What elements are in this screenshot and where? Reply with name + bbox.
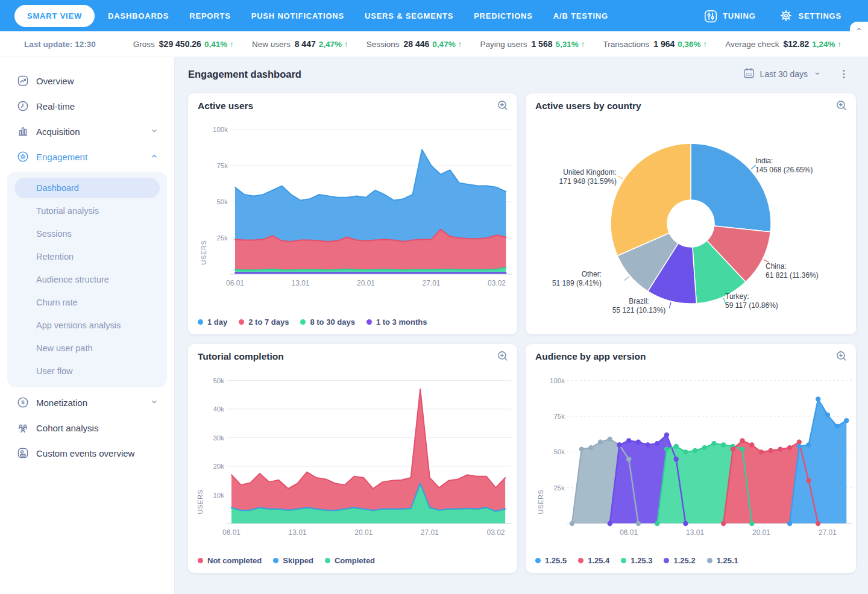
sidebar-subitem-churn-rate[interactable]: Churn rate [7, 291, 167, 314]
sidebar-item-acquisition[interactable]: Acquisition [0, 119, 174, 144]
legend-dot [198, 319, 203, 325]
nav-tab-predictions[interactable]: PREDICTIONS [474, 11, 533, 20]
sidebar-item-monetization[interactable]: $Monetization [0, 390, 174, 415]
donut-label-name: Brazil: [591, 297, 687, 306]
main-header: Engagement dashboard Last 30 days [175, 57, 868, 81]
legend-item-1-to-3-months[interactable]: 1 to 3 months [366, 317, 427, 327]
top-navigation: SMART VIEWDASHBOARDSREPORTSPUSH NOTIFICA… [0, 0, 868, 31]
engagement-icon [16, 150, 30, 163]
sidebar-subitem-user-flow[interactable]: User flow [7, 360, 167, 383]
kpi-value: 1 964 [653, 39, 675, 49]
nav-tool-settings[interactable]: SETTINGS [779, 8, 841, 23]
legend-item-skipped[interactable]: Skipped [273, 556, 313, 565]
zoom-in-icon[interactable] [835, 99, 848, 114]
chevron-down-icon [149, 396, 160, 407]
nav-tab-a-b-testing[interactable]: A/B TESTING [553, 11, 608, 20]
zoom-in-icon[interactable] [835, 350, 848, 365]
sidebar-subitem-retention[interactable]: Retention [7, 245, 167, 268]
svg-text:03.02: 03.02 [488, 279, 506, 287]
sidebar-subitem-app-versions-analysis[interactable]: App versions analysis [7, 314, 167, 337]
legend-item-8-to-30-days[interactable]: 8 to 30 days [300, 317, 354, 327]
card-title: Tutorial completion [198, 351, 284, 362]
custom-events-icon [16, 446, 30, 460]
kpi-transactions: Transactions1 9640,36% ↑ [603, 39, 707, 49]
donut-label-name: Turkey: [725, 292, 778, 301]
cohort-icon [16, 421, 30, 434]
nav-tool-tuning[interactable]: TUNING [703, 8, 756, 23]
sidebar-item-overview[interactable]: Overview [0, 68, 174, 93]
kpi-sessions: Sessions28 4460,47% ↑ [366, 39, 462, 49]
donut-label-value: 51 189 (9.41%) [526, 279, 602, 288]
chevron-up-icon [854, 24, 864, 34]
nav-tab-reports[interactable]: REPORTS [189, 11, 230, 20]
kpi-label: Gross [133, 40, 155, 49]
svg-text:40k: 40k [213, 405, 224, 413]
monetization-icon: $ [16, 396, 30, 409]
svg-text:100k: 100k [213, 126, 228, 133]
realtime-icon [16, 99, 30, 113]
engagement-submenu: DashboardTutorial analysisSessionsRetent… [7, 172, 167, 387]
donut-label-name: Other: [526, 270, 602, 279]
legend-label: 8 to 30 days [310, 317, 354, 327]
sidebar-subitem-audience-structure[interactable]: Audience structure [7, 268, 167, 291]
kpi-change: 0,47% ↑ [432, 40, 462, 49]
chart-canvas: 25k50k75k100k06.0113.0120.0127.0103.02US… [188, 93, 517, 334]
svg-text:27.01: 27.01 [421, 528, 439, 537]
svg-text:USERS: USERS [197, 490, 204, 514]
legend-item-1-25-5[interactable]: 1.25.5 [535, 556, 567, 565]
kpi-stats: Gross$29 450.260,41% ↑New users8 4472,47… [133, 39, 841, 49]
main-content: Engagement dashboard Last 30 days Active… [175, 57, 868, 594]
sidebar-item-custom-events[interactable]: Custom events overview [0, 440, 174, 466]
sidebar-subitem-dashboard[interactable]: Dashboard [14, 178, 160, 198]
kpi-value: 1 568 [531, 39, 552, 49]
card-title: Active users [198, 101, 253, 111]
nav-tab-dashboards[interactable]: DASHBOARDS [108, 11, 169, 20]
svg-text:USERS: USERS [200, 240, 207, 265]
sidebar-item-engagement[interactable]: Engagement [0, 144, 174, 169]
chevron-down-icon [149, 125, 160, 136]
legend-item-2-to-7-days[interactable]: 2 to 7 days [239, 317, 289, 327]
nav-tab-smart-view[interactable]: SMART VIEW [14, 5, 95, 27]
sidebar-subitem-sessions[interactable]: Sessions [7, 222, 167, 245]
legend-item-1-25-4[interactable]: 1.25.4 [578, 556, 609, 565]
legend-item-1-25-3[interactable]: 1.25.3 [621, 556, 652, 565]
svg-text:25k: 25k [216, 234, 228, 242]
sidebar-subitem-tutorial-analysis[interactable]: Tutorial analysis [7, 199, 167, 222]
svg-text:27.01: 27.01 [819, 528, 837, 537]
chevron-up-icon [149, 151, 160, 161]
nav-tab-push-notifications[interactable]: PUSH NOTIFICATIONS [251, 11, 344, 20]
zoom-in-icon[interactable] [497, 350, 509, 365]
zoom-in-icon [835, 350, 848, 363]
date-range-selector[interactable]: Last 30 days [743, 67, 822, 81]
kpi-value: 8 447 [295, 39, 316, 49]
sidebar-item-label: Overview [36, 76, 74, 86]
nav-tool-label: TUNING [723, 11, 756, 20]
card-title: Audience by app version [535, 351, 646, 362]
legend-dot [366, 319, 372, 325]
svg-text:03.02: 03.02 [486, 528, 505, 537]
svg-text:13.01: 13.01 [291, 279, 309, 287]
statsbar-collapse-tab[interactable] [850, 22, 868, 36]
legend-item-completed[interactable]: Completed [325, 556, 375, 565]
chevron-up-icon [149, 151, 160, 163]
monetization-icon: $ [16, 396, 30, 409]
kpi-change: 5,31% ↑ [555, 40, 585, 49]
kebab-menu-button[interactable] [838, 68, 850, 80]
legend-item-1-25-1[interactable]: 1.25.1 [707, 556, 738, 565]
legend-item-1-25-2[interactable]: 1.25.2 [664, 556, 695, 565]
legend-item-not-completed[interactable]: Not completed [198, 556, 262, 565]
realtime-icon [16, 99, 30, 113]
donut-label-united-kingdom: United Kingdom:171 948 (31.59%) [526, 168, 617, 186]
sidebar-subitem-new-user-path[interactable]: New user path [7, 337, 167, 360]
sidebar-item-real-time[interactable]: Real-time [0, 93, 174, 119]
svg-text:20.01: 20.01 [354, 528, 373, 537]
svg-text:10k: 10k [213, 492, 224, 499]
chart-legend: Not completedSkippedCompleted [198, 556, 375, 565]
kpi-new-users: New users8 4472,47% ↑ [252, 39, 348, 49]
legend-item-1-day[interactable]: 1 day [198, 317, 227, 327]
settings-icon [779, 8, 793, 23]
nav-tab-users-segments[interactable]: USERS & SEGMENTS [365, 11, 453, 20]
sidebar-item-cohort-analysis[interactable]: Cohort analysis [0, 415, 174, 440]
zoom-in-icon[interactable] [497, 99, 509, 114]
svg-text:50k: 50k [216, 198, 228, 205]
